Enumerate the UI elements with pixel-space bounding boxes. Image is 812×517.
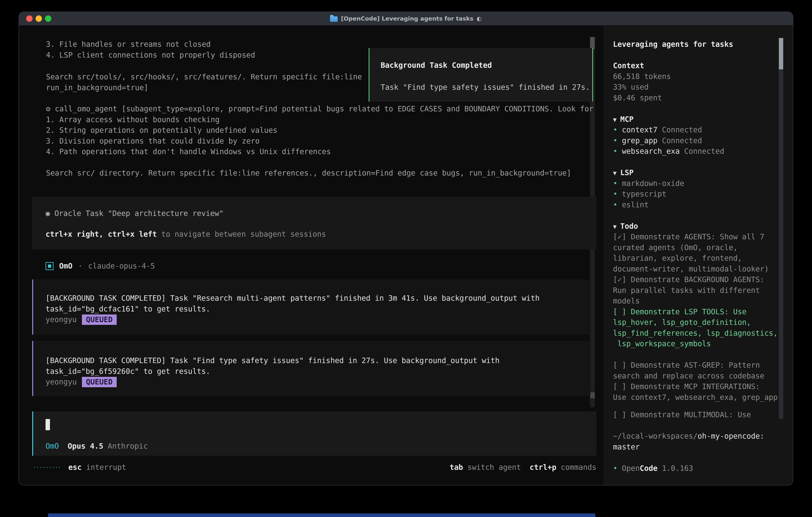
input-provider: Anthropic	[108, 442, 148, 451]
todo-item-pending-line: [ ] Demonstrate MULTIMODAL: Use	[613, 409, 777, 420]
task-result-block: [BACKGROUND TASK COMPLETED] Task "Find t…	[32, 341, 590, 396]
task-result-line1: [BACKGROUND TASK COMPLETED] Task "Find t…	[46, 355, 590, 366]
hint-text: to navigate between subagent sessions	[157, 230, 326, 239]
subagent-nav-hint: ctrl+x right, ctrl+x left to navigate be…	[46, 229, 597, 240]
toast-body: Task "Find type safety issues" finished …	[381, 83, 592, 92]
bullet-dot-icon: •	[613, 136, 622, 145]
lsp-item: • markdown-oxide	[613, 178, 777, 189]
gear-icon: ⚙	[46, 105, 50, 113]
close-window-button[interactable]	[26, 16, 33, 22]
esc-key-hint: esc	[68, 463, 82, 472]
todo-item-active-line: lsp_find_references, lsp_diagnostics,	[613, 328, 777, 339]
zoom-window-button[interactable]	[45, 16, 51, 22]
scrollback-search-note: Search src/tools/, src/hooks/, src/featu…	[46, 72, 362, 93]
switch-agent-label: switch agent	[467, 463, 521, 472]
traffic-lights	[26, 16, 51, 22]
progress-circle-icon: ◐	[476, 15, 482, 22]
dock-hint-strip	[48, 513, 596, 517]
esc-key-label	[82, 463, 86, 472]
agent-square-icon	[46, 262, 54, 270]
minimize-window-button[interactable]	[35, 16, 42, 22]
tool-call-list-item: 1. Array access without bounds checking	[46, 114, 593, 125]
sidebar-scrollbar-thumb[interactable]	[779, 38, 783, 70]
todo-item-done-line: models	[613, 296, 777, 306]
todo-item-pending-line: Use context7, websearch_exa, grep_app	[613, 392, 777, 403]
mcp-item: • grep_app Connected	[613, 135, 777, 146]
folder-icon	[330, 17, 338, 22]
status-left: ········· esc interrupt	[33, 463, 126, 472]
todo-item-pending-line: search and replace across codebase	[613, 371, 777, 381]
todo-item-pending-line: [ ] Demonstrate MCP INTEGRATIONS:	[613, 381, 777, 392]
tool-call-list-item: 4. Path operations that don't handle Win…	[46, 146, 593, 157]
mcp-status: Connected	[684, 147, 724, 156]
todo-item-done-line: document-writer, multimodal-looker)	[613, 264, 777, 274]
status-right: tab switch agent ctrl+p commands	[450, 463, 597, 472]
oracle-task-title-row: ◉ Oracle Task "Deep architecture review"	[46, 208, 597, 219]
mcp-item: • websearch_exa Connected	[613, 146, 777, 157]
task-result-line2: task_id="bg_6f59260c" to get results.	[46, 366, 590, 377]
context-used: 33% used	[613, 82, 777, 92]
tool-call-tail: Search src/ directory. Return specific f…	[46, 168, 593, 179]
task-result-block: [BACKGROUND TASK COMPLETED] Task "Resear…	[32, 279, 590, 335]
workspace-path: ~/local-workspaces/oh-my-opencode:	[613, 431, 777, 442]
bullet-dot-icon: •	[613, 200, 622, 209]
background-task-toast: Background Task Completed Task "Find typ…	[369, 48, 593, 102]
commands-label: commands	[561, 463, 597, 472]
tab-key-hint: tab	[450, 463, 463, 472]
text-cursor	[46, 419, 50, 430]
hint-keys: ctrl+x right, ctrl+x left	[46, 230, 157, 239]
scrollback-line: 3. File handles or streams not closed	[46, 39, 255, 50]
desktop: [OpenCode] Leveraging agents for tasks ◐…	[0, 0, 812, 517]
todo-item-done-line: [✓] Demonstrate AGENTS: Show all 7	[613, 232, 777, 242]
tool-call-list-item: 2. String operations on potentially unde…	[46, 125, 593, 136]
mcp-item: • context7 Connected	[613, 125, 777, 135]
mcp-section-header[interactable]: ▼ MCP	[613, 114, 777, 125]
todo-item-pending-line: [ ] Demonstrate AST-GREP: Pattern	[613, 360, 777, 371]
chevron-down-icon: ▼	[613, 169, 620, 176]
lsp-section-header[interactable]: ▼ LSP	[613, 167, 777, 178]
bullet-dot-icon: •	[613, 147, 622, 156]
status-badge: QUEUED	[82, 377, 117, 387]
task-user: yeongyu	[46, 378, 77, 386]
chevron-down-icon: ▼	[613, 223, 620, 230]
chevron-down-icon: ▼	[613, 116, 620, 123]
main-scrollbar-thumb[interactable]	[590, 37, 595, 49]
task-result-meta: yeongyuQUEUED	[46, 377, 590, 387]
scrollback-line: 4. LSP client connections not properly d…	[46, 50, 255, 61]
todo-item-done-line: Run parallel tasks with different	[613, 285, 777, 296]
bullet-dot-icon: •	[613, 190, 622, 198]
context-spent: $0.46 spent	[613, 92, 777, 103]
sidebar-scrollbar-track[interactable]	[779, 38, 783, 419]
task-result-meta: yeongyuQUEUED	[46, 314, 590, 325]
interrupt-label: interrupt	[86, 463, 126, 472]
titlebar: [OpenCode] Leveraging agents for tasks ◐	[19, 12, 793, 26]
agent-name: OmO	[59, 262, 72, 270]
input-agent-name: OmO	[46, 442, 59, 451]
workspace-branch: master	[613, 442, 777, 453]
task-result-line2: task_id="bg_dcfac161" to get results.	[46, 304, 590, 315]
todo-item-active-line: lsp_hover, lsp_goto_definition,	[613, 317, 777, 328]
todo-item-done-line: [✓] Demonstrate BACKGROUND AGENTS:	[613, 274, 777, 285]
status-bar: ········· esc interrupt tab switch agent…	[33, 462, 597, 473]
session-title: Leveraging agents for tasks	[613, 39, 777, 50]
mcp-status: Connected	[662, 126, 702, 134]
scrollback-issue-list: 3. File handles or streams not closed 4.…	[46, 39, 255, 60]
agent-header-row: OmO · claude-opus-4-5	[46, 261, 155, 272]
todo-item-active-line: [ ] Demonstrate LSP TOOLS: Use	[613, 306, 777, 317]
opencode-window: [OpenCode] Leveraging agents for tasks ◐…	[19, 12, 793, 485]
prompt-input[interactable]: OmOOpus 4.5Anthropic	[32, 411, 597, 456]
bullet-dot-icon: •	[613, 179, 622, 188]
toast-title: Background Task Completed	[381, 61, 592, 70]
main-scrollbar-thumb-secondary[interactable]	[590, 392, 595, 398]
tool-call-list-item: 3. Division operations that could divide…	[46, 136, 593, 146]
oracle-task-panel: ◉ Oracle Task "Deep architecture review"…	[32, 197, 597, 249]
todo-section-header[interactable]: ▼ Todo	[613, 221, 777, 232]
tool-call-header: ⚙ call_omo_agent [subagent_type=explore,…	[46, 104, 593, 114]
input-model: Opus 4.5	[68, 442, 103, 451]
task-user: yeongyu	[46, 315, 77, 324]
window-title: [OpenCode] Leveraging agents for tasks	[341, 15, 473, 22]
lsp-item: • eslint	[613, 199, 777, 210]
todo-item-done-line: curated agents (OmO, oracle,	[613, 242, 777, 253]
todo-item-done-line: librarian, explore, frontend,	[613, 253, 777, 264]
mcp-status: Connected	[662, 136, 702, 145]
